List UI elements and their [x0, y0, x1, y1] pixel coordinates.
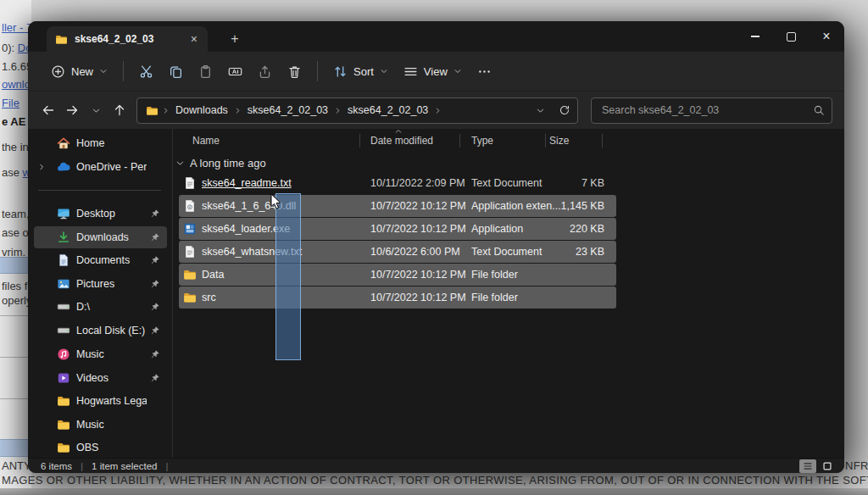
forward-button[interactable] — [60, 97, 84, 123]
view-button[interactable]: View — [396, 58, 470, 85]
file-type: Text Document — [471, 172, 565, 194]
sidebar-item-label: OBS — [76, 442, 147, 453]
column-header-size[interactable]: Size — [549, 131, 569, 151]
copy-button[interactable] — [161, 58, 191, 85]
search-icon[interactable] — [813, 104, 825, 116]
toolbar-separator — [123, 61, 124, 81]
webpage-table-line — [0, 357, 31, 358]
sidebar-item-downloads[interactable]: Downloads — [34, 226, 167, 248]
breadcrumb-segment[interactable]: Downloads — [173, 103, 231, 118]
sidebar-item-music-library[interactable]: Music — [34, 343, 167, 365]
breadcrumb-segment[interactable]: skse64_2_02_03 — [245, 103, 331, 118]
sidebar-item-obs[interactable]: OBS — [34, 437, 167, 459]
file-type: File folder — [471, 286, 565, 309]
file-type: Application — [471, 218, 565, 240]
sidebar-item-onedrive[interactable]: OneDrive - Personal — [34, 156, 167, 178]
delete-icon — [287, 64, 302, 79]
pin-icon — [150, 255, 160, 265]
pin-icon — [150, 232, 160, 242]
sidebar-item-music-folder[interactable]: Music — [34, 414, 167, 436]
search-input[interactable] — [600, 103, 813, 117]
explorer-tab[interactable]: skse64_2_02_03 × — [47, 26, 208, 52]
sort-ascending-icon — [394, 127, 403, 136]
file-date: 10/7/2022 10:12 PM — [370, 286, 470, 309]
file-row-src[interactable]: src10/7/2022 10:12 PMFile folder — [179, 286, 616, 309]
folder-icon — [57, 441, 70, 454]
more-icon — [477, 64, 492, 79]
up-button[interactable] — [108, 97, 131, 123]
sidebar-item-desktop[interactable]: Desktop — [34, 203, 167, 225]
file-row-data[interactable]: Data10/7/2022 10:12 PMFile folder — [179, 264, 616, 286]
address-dropdown-icon[interactable] — [536, 106, 545, 115]
sidebar-item-label: OneDrive - Personal — [76, 161, 147, 173]
sidebar-item-home[interactable]: Home — [34, 132, 167, 154]
expand-chevron-icon[interactable] — [37, 163, 46, 171]
sidebar-item-hogwarts-legacy[interactable]: Hogwarts Legacy — [34, 390, 167, 412]
file-row-skse64-whatsnew-txt[interactable]: skse64_whatsnew.txt10/6/2022 6:00 PMText… — [179, 241, 616, 263]
breadcrumb[interactable]: Downloadsskse64_2_02_03skse64_2_02_03 — [136, 97, 578, 124]
new-tab-button[interactable]: + — [225, 29, 245, 49]
sidebar-item-label: Pictures — [76, 278, 147, 290]
tab-close-icon[interactable]: × — [189, 33, 199, 45]
new-button[interactable]: New — [43, 58, 115, 85]
file-row-skse64-readme-txt[interactable]: skse64_readme.txt10/11/2022 2:09 PMText … — [179, 172, 616, 194]
rename-button[interactable] — [220, 58, 250, 85]
column-separator[interactable] — [602, 134, 603, 147]
sidebar-item-label: Music — [76, 348, 147, 360]
file-row-skse64-1-6-640-dll[interactable]: skse64_1_6_640.dll10/7/2022 10:12 PMAppl… — [179, 195, 616, 217]
sidebar-item-videos[interactable]: Videos — [34, 367, 167, 389]
command-toolbar: NewSortView — [28, 52, 844, 92]
webpage-link[interactable]: File — [2, 97, 19, 109]
close-button[interactable]: × — [809, 21, 844, 52]
thumbnails-view-button[interactable] — [819, 459, 836, 473]
folder-icon — [183, 291, 197, 304]
status-separator: | — [81, 461, 83, 471]
see-more-button[interactable] — [470, 58, 499, 85]
onedrive-icon — [57, 160, 70, 174]
webpage-text: ase — [2, 166, 23, 179]
file-row-skse64-loader-exe[interactable]: skse64_loader.exe10/7/2022 10:12 PMAppli… — [179, 218, 616, 240]
window-controls: × — [737, 21, 844, 52]
text-file-icon — [183, 176, 197, 190]
recent-locations-button[interactable] — [84, 97, 108, 123]
view-icon — [403, 64, 418, 79]
sidebar-item-d-drive[interactable]: D:\ — [34, 296, 167, 318]
pin-icon — [150, 349, 160, 359]
sidebar-item-label: D:\ — [76, 301, 147, 313]
maximize-button[interactable] — [773, 21, 809, 52]
paste-button[interactable] — [191, 58, 220, 85]
column-header-name[interactable]: Name — [192, 131, 220, 151]
sidebar-item-documents[interactable]: Documents — [34, 249, 167, 271]
sort-button[interactable]: Sort — [326, 58, 396, 85]
column-header-type[interactable]: Type — [471, 131, 493, 151]
items-count: 6 items — [41, 461, 72, 471]
up-icon — [113, 103, 126, 117]
cut-button[interactable] — [131, 58, 161, 85]
webpage-text: vrim. — [2, 246, 25, 259]
column-separator[interactable] — [359, 134, 360, 147]
group-header[interactable]: A long time ago — [175, 154, 266, 171]
share-button[interactable] — [250, 58, 280, 85]
chevron-right-icon — [162, 107, 170, 114]
minimize-button[interactable] — [737, 21, 773, 52]
selected-count: 1 item selected — [92, 461, 157, 471]
chevron-right-icon — [434, 107, 442, 114]
rename-icon — [228, 64, 242, 79]
refresh-icon[interactable] — [559, 104, 570, 116]
sidebar-item-e-drive[interactable]: Local Disk (E:) — [34, 320, 167, 342]
sidebar-item-label: Desktop — [76, 208, 147, 220]
delete-button[interactable] — [280, 58, 309, 85]
file-date: 10/7/2022 10:12 PM — [370, 195, 470, 217]
column-separator[interactable] — [545, 134, 546, 147]
pin-icon — [150, 279, 160, 289]
breadcrumb-segment[interactable]: skse64_2_02_03 — [345, 103, 431, 118]
details-view-button[interactable] — [799, 459, 816, 473]
back-button[interactable] — [36, 97, 60, 123]
forward-icon — [65, 103, 79, 117]
sidebar-item-pictures[interactable]: Pictures — [34, 273, 167, 295]
search-box — [591, 97, 832, 124]
videos-icon — [57, 371, 70, 385]
address-row: Downloadsskse64_2_02_03skse64_2_02_03 — [28, 92, 844, 129]
column-separator[interactable] — [459, 134, 460, 147]
pin-icon — [150, 325, 160, 336]
